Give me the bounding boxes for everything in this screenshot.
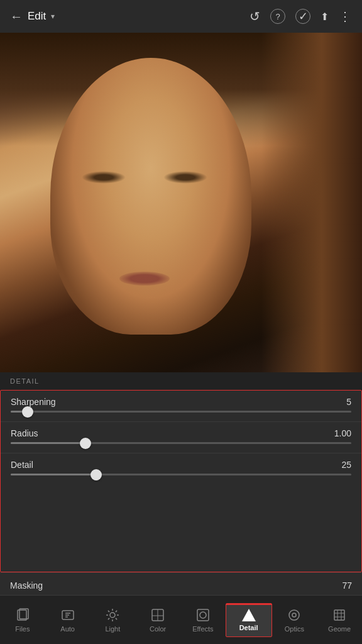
svg-point-6 bbox=[110, 613, 115, 618]
svg-line-11 bbox=[108, 610, 109, 611]
svg-rect-22 bbox=[334, 610, 344, 620]
help-button[interactable]: ? bbox=[270, 9, 285, 24]
toolbar-item-effects[interactable]: Effects bbox=[180, 602, 226, 638]
effects-label: Effects bbox=[192, 625, 213, 633]
more-button[interactable]: ⋮ bbox=[339, 9, 352, 24]
radius-value: 1.00 bbox=[334, 428, 351, 438]
radius-group: Radius 1.00 bbox=[1, 422, 361, 453]
color-icon bbox=[150, 608, 165, 623]
title-dropdown-icon[interactable]: ▾ bbox=[51, 12, 55, 21]
light-icon bbox=[105, 608, 120, 623]
geometry-icon bbox=[332, 608, 347, 623]
svg-line-14 bbox=[116, 610, 117, 611]
auto-icon bbox=[60, 608, 75, 623]
detail-slider[interactable] bbox=[11, 474, 351, 475]
geometry-label: Geome bbox=[328, 625, 351, 633]
light-label: Light bbox=[105, 625, 120, 633]
sharpening-group: Sharpening 5 bbox=[1, 391, 361, 422]
files-label: Files bbox=[15, 625, 30, 633]
detail-icon bbox=[242, 609, 256, 621]
sharpening-label: Sharpening bbox=[11, 397, 56, 407]
radius-label: Radius bbox=[11, 428, 38, 438]
app-header: ← Edit ▾ ↺ ? ✓ ⬆ ⋮ bbox=[0, 0, 362, 33]
detail-label: Detail bbox=[239, 624, 258, 631]
toolbar-item-detail[interactable]: Detail bbox=[226, 603, 272, 637]
detail-panel: Sharpening 5 Radius 1.00 Detail 25 bbox=[0, 390, 362, 572]
files-icon bbox=[15, 608, 30, 623]
toolbar-item-files[interactable]: Files bbox=[0, 602, 45, 638]
done-button[interactable]: ✓ bbox=[295, 9, 310, 24]
photo-image bbox=[0, 33, 362, 372]
header-right: ↺ ? ✓ ⬆ ⋮ bbox=[250, 9, 352, 24]
toolbar-item-light[interactable]: Light bbox=[90, 602, 136, 638]
toolbar-item-optics[interactable]: Optics bbox=[272, 602, 317, 638]
svg-rect-18 bbox=[197, 609, 209, 621]
optics-icon bbox=[287, 608, 302, 623]
svg-point-20 bbox=[289, 610, 299, 620]
svg-point-19 bbox=[200, 612, 206, 618]
section-label-area: DETAIL bbox=[0, 372, 362, 390]
undo-button[interactable]: ↺ bbox=[250, 9, 260, 24]
back-button[interactable]: ← bbox=[10, 9, 23, 24]
detail-slider-label: Detail bbox=[11, 460, 33, 470]
bottom-toolbar: Files Auto Light bbox=[0, 595, 362, 644]
radius-slider[interactable] bbox=[11, 442, 351, 444]
detail-slider-group: Detail 25 bbox=[1, 453, 361, 484]
share-button[interactable]: ⬆ bbox=[321, 11, 329, 23]
auto-label: Auto bbox=[60, 625, 75, 633]
sharpening-value: 5 bbox=[346, 397, 351, 407]
svg-line-13 bbox=[108, 618, 109, 619]
optics-label: Optics bbox=[285, 625, 304, 633]
toolbar-item-color[interactable]: Color bbox=[135, 602, 180, 638]
toolbar-item-geometry[interactable]: Geome bbox=[317, 602, 362, 638]
color-label: Color bbox=[150, 625, 166, 633]
sharpening-slider[interactable] bbox=[11, 411, 351, 413]
toolbar-item-auto[interactable]: Auto bbox=[45, 602, 90, 638]
masking-value: 77 bbox=[342, 580, 352, 591]
detail-slider-value: 25 bbox=[341, 460, 351, 470]
svg-point-21 bbox=[292, 613, 296, 617]
masking-row: Masking 77 bbox=[0, 572, 362, 597]
svg-line-12 bbox=[116, 618, 117, 619]
effects-icon bbox=[195, 608, 211, 623]
header-title: Edit bbox=[28, 10, 46, 23]
header-left: ← Edit ▾ bbox=[10, 9, 55, 24]
photo-canvas bbox=[0, 33, 362, 372]
section-label: DETAIL bbox=[10, 377, 40, 385]
masking-label: Masking bbox=[10, 580, 43, 591]
